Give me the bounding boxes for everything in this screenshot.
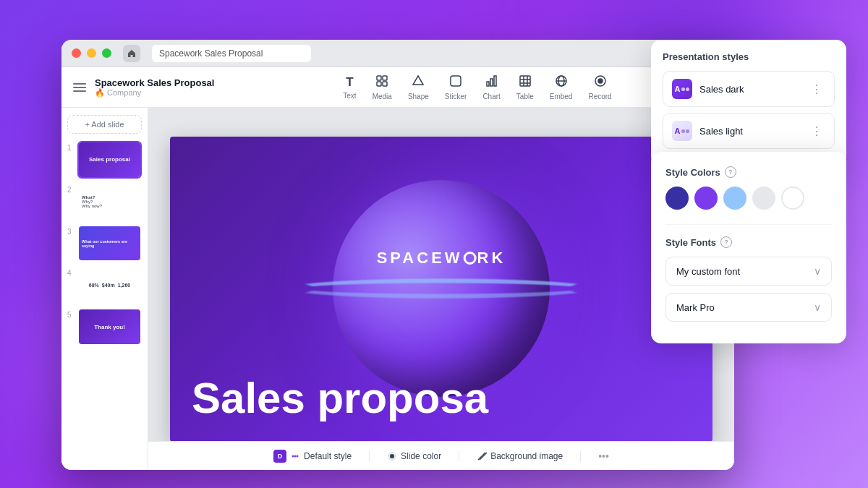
bottom-divider-1 [369, 450, 370, 462]
color-swatch-3[interactable] [723, 187, 746, 210]
style-colors-label: Style Colors ? [665, 166, 832, 178]
tool-media[interactable]: Media [367, 72, 398, 103]
tool-chart[interactable]: Chart [477, 72, 506, 103]
slide-thumbnail-2[interactable]: What? Why? Why now? [77, 183, 142, 221]
tool-text[interactable]: T Text [337, 72, 362, 103]
colors-help-icon[interactable]: ? [725, 166, 736, 178]
svg-line-25 [480, 453, 487, 460]
bottom-bar: D Default style [148, 441, 734, 470]
style-badge-dots-dark [681, 87, 689, 91]
browser-url: Spacework Sales Proposal [159, 48, 263, 59]
bottom-divider-2 [459, 450, 459, 462]
browser-address-bar[interactable]: Spacework Sales Proposal [152, 45, 311, 62]
slide-thumb-2-wrap: 2 What? Why? Why now? [67, 183, 142, 221]
style-name-sales-light: Sales light [699, 126, 808, 137]
svg-point-20 [294, 455, 297, 457]
slide-color-item[interactable]: Slide color [381, 448, 447, 464]
presentation-subtitle: 🔥 Company [95, 88, 214, 98]
slide-canvas: SPACEWRK Sales proposa [170, 137, 712, 442]
svg-marker-4 [413, 76, 423, 85]
hamburger-menu[interactable] [73, 80, 88, 95]
more-options-item[interactable]: ••• [592, 448, 615, 465]
style-dot [681, 87, 685, 91]
svg-rect-1 [383, 76, 387, 80]
slide-thumbnail-5[interactable]: Thank you! [77, 308, 142, 346]
text-label: Text [343, 92, 356, 100]
style-badge-sales-light: A [672, 121, 692, 141]
add-slide-button[interactable]: + Add slide [67, 115, 142, 134]
more-dots-icon: ••• [598, 450, 609, 462]
slide-thumbnail-4[interactable]: 68% $40m 1,260 [77, 266, 142, 304]
home-button[interactable] [123, 45, 140, 62]
slide-thumb-4-wrap: 4 68% $40m 1,260 [67, 266, 142, 304]
slide-thumbnail-1[interactable]: Sales proposal [77, 141, 142, 179]
background-image-icon [477, 451, 487, 461]
traffic-light-red[interactable] [72, 48, 81, 58]
hamburger-line [73, 90, 86, 92]
svg-rect-2 [377, 82, 381, 86]
shape-label: Shape [408, 93, 429, 100]
traffic-light-yellow[interactable] [87, 48, 96, 58]
panel-presentation-styles: Presentation styles A Sales dark ⋮ A Sal… [651, 40, 846, 166]
style-fonts-label: Style Fonts ? [665, 236, 832, 248]
slide-5-label: Thank you! [93, 322, 127, 332]
style-menu-light[interactable]: ⋮ [808, 123, 825, 140]
sidebar: + Add slide 1 Sales proposal 2 [61, 108, 148, 470]
color-swatch-4[interactable] [752, 187, 775, 210]
slide-1-label: Sales proposal [88, 155, 132, 164]
bottom-divider-3 [580, 450, 581, 462]
tool-shape[interactable]: Shape [402, 72, 435, 103]
table-icon [519, 74, 532, 90]
color-swatch-5[interactable] [781, 187, 804, 210]
font-select-2[interactable]: Mark Pro ∨ [665, 293, 832, 322]
svg-rect-5 [451, 76, 461, 86]
fonts-help-icon[interactable]: ? [720, 236, 732, 248]
style-item-sales-dark[interactable]: A Sales dark ⋮ [663, 71, 835, 107]
sticker-label: Sticker [445, 93, 467, 100]
color-swatch-2[interactable] [694, 187, 718, 210]
tool-embed[interactable]: Embed [544, 72, 579, 103]
headline-text: Sales proposa [192, 374, 488, 422]
toolbar-center: T Text Media [232, 72, 723, 103]
app-toolbar: Spacework Sales Proposal 🔥 Company T Tex… [61, 67, 734, 108]
font-2-chevron: ∨ [814, 301, 821, 313]
add-slide-label: + Add slide [85, 120, 124, 129]
font-select-1[interactable]: My custom font ∨ [665, 257, 832, 286]
tool-table[interactable]: Table [511, 72, 540, 103]
app-layout: Spacework Sales Proposal 🔥 Company T Tex… [61, 67, 734, 470]
style-badge-dots-light [681, 129, 689, 133]
font-1-label: My custom font [676, 266, 740, 277]
background-image-item[interactable]: Background image [471, 448, 569, 464]
style-colors-text: Style Colors [665, 167, 720, 178]
svg-point-23 [390, 454, 394, 458]
background-image-label: Background image [490, 451, 563, 461]
hamburger-line [73, 87, 86, 88]
style-item-sales-light[interactable]: A Sales light ⋮ [663, 113, 835, 149]
table-label: Table [516, 93, 534, 100]
hamburger-line [73, 83, 86, 85]
default-style-item[interactable]: D Default style [268, 447, 357, 466]
media-label: Media [373, 93, 392, 100]
slide-5-num: 5 [67, 311, 75, 319]
color-swatches [665, 187, 832, 210]
media-icon [375, 74, 388, 90]
svg-rect-6 [487, 82, 489, 86]
color-swatch-1[interactable] [665, 187, 689, 210]
record-icon [594, 74, 607, 90]
slide-logo: SPACEWRK [377, 249, 506, 267]
svg-rect-0 [377, 76, 381, 80]
slide-thumbnail-3[interactable]: What our customers are saying [77, 225, 142, 262]
style-dot [686, 129, 689, 133]
panel-pres-styles-title: Presentation styles [663, 51, 835, 62]
tool-sticker[interactable]: Sticker [439, 72, 473, 103]
traffic-light-green[interactable] [102, 48, 111, 58]
slide-1-num: 1 [67, 144, 75, 152]
style-menu-dark[interactable]: ⋮ [808, 81, 825, 98]
presentation-title: Spacework Sales Proposal [95, 77, 214, 88]
tool-record[interactable]: Record [582, 72, 617, 103]
browser-titlebar: Spacework Sales Proposal [61, 40, 734, 67]
chart-label: Chart [482, 93, 500, 100]
slide-4-num: 4 [67, 269, 75, 277]
embed-label: Embed [550, 93, 573, 100]
svg-point-19 [292, 455, 294, 457]
